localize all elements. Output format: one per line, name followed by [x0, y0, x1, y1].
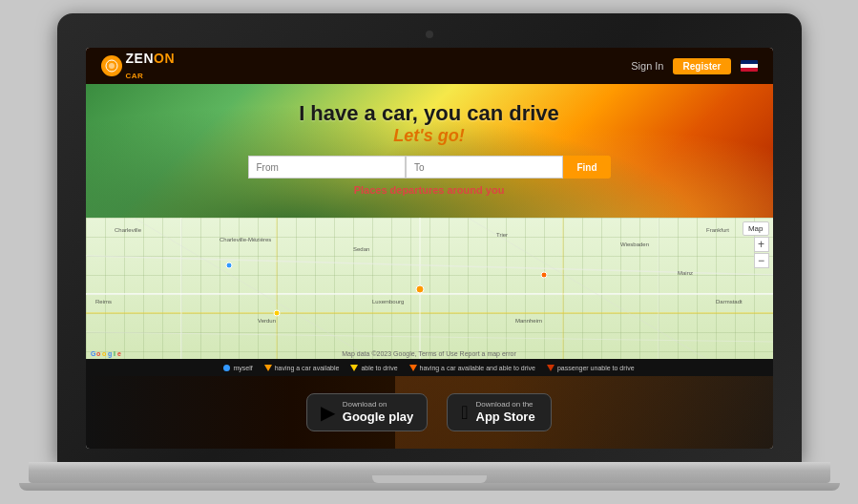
svg-point-27 [541, 272, 547, 278]
google-play-text: Download on Google play [343, 400, 413, 424]
hero-title: I have a car, you can drive [86, 101, 773, 126]
svg-text:Mannheim: Mannheim [515, 318, 542, 324]
search-bar: Find [248, 156, 611, 178]
nav-right: Sign In Register [631, 58, 757, 74]
logo-text: ZENON CAR [126, 51, 176, 81]
download-section: ▶ Download on Google play  Download on … [86, 376, 773, 449]
svg-point-26 [274, 310, 280, 316]
svg-line-9 [86, 256, 773, 275]
map-zoom-in[interactable]: + [754, 237, 769, 252]
svg-text:Trier: Trier [496, 232, 508, 238]
webcam [426, 31, 433, 38]
svg-text:Sedan: Sedan [353, 246, 369, 252]
svg-text:o: o [102, 350, 106, 357]
laptop-bottom [19, 483, 840, 491]
screen: ZENON CAR Sign In Register I have a car,… [86, 48, 773, 449]
hero-tagline: Places departures around you [86, 184, 773, 196]
legend-car-and-drive-label: having a car available and able to drive [420, 365, 535, 371]
navbar: ZENON CAR Sign In Register [86, 48, 773, 84]
map-section: Charleville Charleville-Mézières Sedan T… [86, 218, 773, 359]
google-play-button[interactable]: ▶ Download on Google play [306, 393, 428, 430]
svg-text:Verdun: Verdun [258, 318, 276, 324]
legend-passenger-pin [547, 365, 555, 371]
legend-car-available-pin [264, 365, 272, 371]
map-roads-svg: Charleville Charleville-Mézières Sedan T… [86, 218, 773, 359]
search-to-input[interactable] [406, 156, 563, 178]
hero-content: I have a car, you can drive Let's go! Fi… [86, 84, 773, 196]
svg-point-25 [416, 285, 424, 293]
laptop-base [29, 462, 830, 483]
svg-text:Mainz: Mainz [678, 270, 693, 276]
search-button[interactable]: Find [563, 156, 610, 178]
hero-subtitle: Let's go! [86, 126, 773, 146]
google-play-label: Download on [343, 400, 413, 410]
legend-bar: myself having a car available able to dr… [86, 359, 773, 376]
legend-passenger: passenger unable to drive [547, 365, 635, 371]
legend-able-drive-pin [350, 365, 358, 371]
register-button[interactable]: Register [673, 58, 730, 74]
legend-myself-label: myself [233, 365, 252, 371]
logo-icon [101, 55, 122, 76]
svg-text:Luxembourg: Luxembourg [372, 299, 404, 304]
apple-icon:  [461, 402, 468, 424]
app-store-text: Download on the App Store [476, 400, 535, 424]
laptop-wrapper: ZENON CAR Sign In Register I have a car,… [57, 13, 802, 491]
legend-able-drive-label: able to drive [361, 365, 397, 371]
legend-car-available-label: having a car available [275, 365, 340, 371]
app-store-name: App Store [476, 410, 535, 425]
svg-text:Darmstadt: Darmstadt [716, 299, 743, 304]
legend-able-drive: able to drive [350, 365, 397, 371]
legend-car-and-drive: having a car available and able to drive [409, 365, 535, 371]
svg-text:g: g [108, 350, 112, 358]
svg-text:Wiesbaden: Wiesbaden [620, 242, 649, 247]
google-play-icon: ▶ [321, 401, 335, 424]
legend-myself-dot [223, 365, 230, 371]
svg-text:Frankfurt: Frankfurt [706, 227, 729, 233]
svg-text:l: l [114, 350, 115, 357]
legend-passenger-label: passenger unable to drive [557, 365, 635, 371]
map-watermark: Map data ©2023 Google, Terms of Use Repo… [342, 350, 515, 357]
svg-point-1 [109, 63, 115, 69]
svg-text:Charleville: Charleville [115, 227, 142, 233]
svg-text:Charleville-Mézières: Charleville-Mézières [220, 237, 271, 242]
legend-car-available: having a car available [264, 365, 340, 371]
svg-point-28 [226, 262, 232, 268]
laptop-bezel: ZENON CAR Sign In Register I have a car,… [57, 13, 802, 462]
google-play-name: Google play [343, 410, 413, 425]
svg-text:e: e [117, 350, 121, 357]
svg-text:o: o [96, 350, 100, 357]
map-zoom-out[interactable]: − [754, 253, 769, 268]
map-label: Map [743, 221, 769, 236]
svg-text:Reims: Reims [95, 299, 112, 304]
logo: ZENON CAR [101, 51, 176, 81]
app-store-label: Download on the [476, 400, 535, 410]
legend-car-and-drive-pin [409, 365, 417, 371]
legend-myself: myself [223, 365, 252, 371]
language-flag[interactable] [741, 60, 758, 72]
search-from-input[interactable] [248, 156, 406, 178]
map-zoom-controls: + − [754, 237, 769, 268]
signin-link[interactable]: Sign In [631, 60, 663, 72]
hero-section: I have a car, you can drive Let's go! Fi… [86, 84, 773, 218]
app-store-button[interactable]:  Download on the App Store [447, 393, 552, 430]
logo-svg [105, 59, 118, 73]
